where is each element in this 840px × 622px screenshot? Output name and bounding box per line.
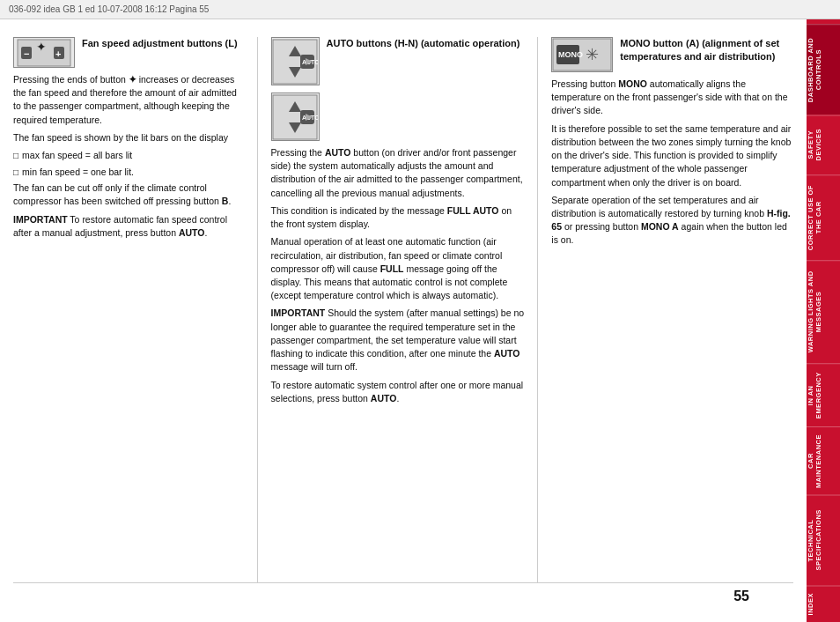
sidebar-label-emergency: IN AN EMERGENCY [807,372,822,418]
left-check-text-2: min fan speed = one bar lit. [22,166,134,179]
fan-speed-image: ✦ + − [13,37,75,68]
auto-svg-top: AUTO [272,39,318,85]
column-right: MONO ✳ MONO button (A) (alignment of set… [551,37,793,582]
divider-mid-right [537,37,538,582]
mono-image: MONO ✳ [551,37,613,72]
important-2: IMPORTANT [271,307,326,318]
right-p1: Pressing button MONO automatically align… [551,78,793,118]
checkbox-sym-1: □ [13,150,18,163]
mid-section-title: AUTO buttons (H-N) (automatic operation) [327,37,520,50]
mid-body-text: Pressing the AUTO button (on driver and/… [271,146,525,405]
sidebar-label-maintenance: CAR MAINTENANCE [807,434,822,488]
sidebar-section-emergency[interactable]: IN AN EMERGENCY [807,363,840,426]
page-container: 036-092 idea GB 1 ed 10-07-2008 16:12 Pa… [0,0,840,622]
sidebar-section-dashboard[interactable]: DASHBOARD AND CONTROLS [807,24,840,115]
left-checkbox-2: □ min fan speed = one bar lit. [13,166,244,180]
auto-svg-bottom: AUTO [272,94,318,140]
main-area: ✦ + − Fan speed adjustment buttons (L) P… [0,19,840,622]
left-body-text: Pressing the ends of but­ton ✦ increases… [13,73,244,240]
right-body-text: Pressing button MONO automatically align… [551,78,793,248]
column-mid: AUTO [271,37,525,582]
left-column-header: ✦ + − Fan speed adjustment buttons (L) [13,37,244,68]
svg-text:MONO: MONO [558,50,583,59]
sidebar-label-index: INDEX [807,593,814,615]
sidebar-label-safety: SAFETY DEVICES [807,129,822,160]
right-column-header: MONO ✳ MONO button (A) (alignment of set… [551,37,793,72]
page-number: 55 [733,589,749,604]
important-1: IMPORTANT [13,214,68,225]
three-columns: ✦ + − Fan speed adjustment buttons (L) P… [13,37,793,582]
auto-image-top: AUTO [271,37,320,85]
left-p4: IMPORTANT To restore automatic fan speed… [13,213,244,240]
mid-p5: To restore automatic system control af­t… [271,379,525,405]
sidebar-section-index[interactable]: INDEX [807,585,840,622]
svg-text:−: − [24,48,29,59]
left-checkbox-1: □ max fan speed = all bars lit [13,149,244,163]
sidebar-section-correct-use[interactable]: CORRECT USE OF THE CAR [807,174,840,260]
sidebar-section-safety[interactable]: SAFETY DEVICES [807,115,840,174]
mid-column-header: AUTO [271,37,525,141]
auto-images: AUTO [271,37,320,141]
svg-text:+: + [55,48,61,59]
auto-image-bottom: AUTO [271,93,320,141]
left-p1: Pressing the ends of but­ton ✦ increases… [13,73,244,127]
top-bar-text: 036-092 idea GB 1 ed 10-07-2008 16:12 Pa… [9,4,209,14]
left-section-title: Fan speed adjustment buttons (L) [82,37,238,50]
mid-p2: This condition is indicated by the messa… [271,204,525,231]
right-p2: It is therefore possible to set the same… [551,122,793,189]
mid-p1: Pressing the AUTO button (on driver and/… [271,146,525,200]
right-section-title: MONO button (A) (alignment of set temper… [620,37,793,64]
mid-p4: IMPORTANT Should the system (after manua… [271,307,525,374]
sidebar-section-maintenance[interactable]: CAR MAINTENANCE [807,426,840,495]
mono-svg: MONO ✳ [552,38,612,71]
right-p3: Separate operation of the set tempera­tu… [551,194,793,248]
column-left: ✦ + − Fan speed adjustment buttons (L) P… [13,37,244,582]
sidebar-label-correct-use: CORRECT USE OF THE CAR [807,185,822,250]
sidebar-section-technical[interactable]: TECHNICAL SPECIFICATIONS [807,495,840,585]
sidebar-label-dashboard: DASHBOARD AND CONTROLS [807,37,822,101]
left-check-text-1: max fan speed = all bars lit [22,149,132,162]
mid-p3: Manual operation of at least one automat… [271,235,525,302]
sidebar-label-technical: TECHNICAL SPECIFICATIONS [807,510,822,571]
svg-text:✳: ✳ [586,46,599,63]
divider-left-mid [257,37,258,582]
left-p3: The fan can be cut off only if the clima… [13,181,244,208]
content-area: ✦ + − Fan speed adjustment buttons (L) P… [0,19,807,622]
checkbox-sym-2: □ [13,167,18,180]
sidebar-label-warning: WARNING LIGHTS AND MESSAGES [807,270,822,352]
right-sidebar: DASHBOARD AND CONTROLS SAFETY DEVICES CO… [807,19,840,622]
sidebar-section-warning[interactable]: WARNING LIGHTS AND MESSAGES [807,260,840,363]
bottom-bar: 55 [13,582,793,609]
fan-speed-svg: ✦ + − [17,39,71,67]
top-bar: 036-092 idea GB 1 ed 10-07-2008 16:12 Pa… [0,0,840,19]
left-p2: The fan speed is shown by the lit bars o… [13,131,244,144]
svg-text:✦: ✦ [36,40,47,54]
